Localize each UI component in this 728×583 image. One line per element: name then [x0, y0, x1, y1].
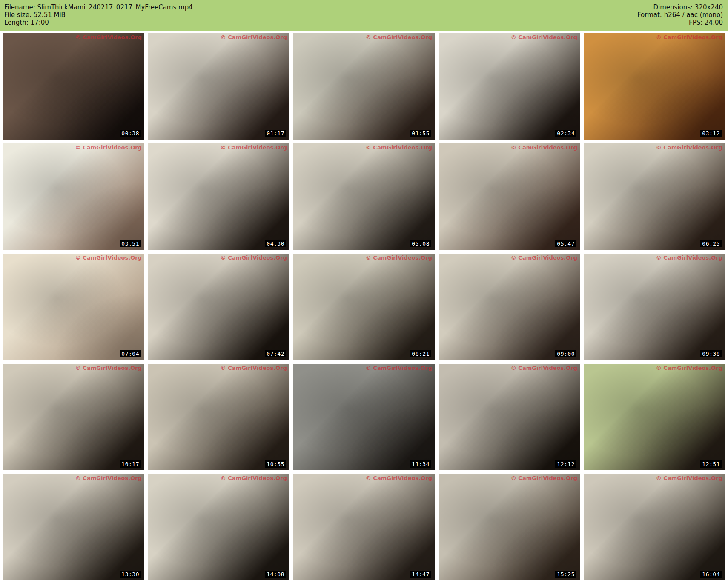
watermark-text: © CamGirlVideos.Org: [511, 144, 577, 151]
length-text: Length: 17:00: [4, 19, 193, 26]
timestamp-badge: 12:51: [700, 460, 722, 468]
video-frame-thumbnail: © CamGirlVideos.Org 10:55: [148, 364, 289, 470]
watermark-text: © CamGirlVideos.Org: [511, 475, 577, 481]
timestamp-badge: 13:30: [120, 571, 141, 578]
file-info-left: Filename: SlimThickMami_240217_0217_MyFr…: [4, 3, 193, 26]
timestamp-badge: 10:55: [265, 460, 286, 468]
timestamp-badge: 03:51: [120, 240, 141, 247]
watermark-text: © CamGirlVideos.Org: [75, 144, 142, 151]
timestamp-badge: 09:00: [555, 350, 576, 357]
format-text: Format: h264 / aac (mono): [637, 11, 723, 19]
watermark-text: © CamGirlVideos.Org: [75, 365, 142, 371]
timestamp-badge: 05:08: [410, 240, 431, 247]
watermark-text: © CamGirlVideos.Org: [221, 475, 287, 481]
watermark-text: © CamGirlVideos.Org: [511, 254, 577, 261]
video-frame-thumbnail: © CamGirlVideos.Org 04:30: [148, 143, 289, 250]
thumbnail-grid: © CamGirlVideos.Org 00:38 © CamGirlVideo…: [0, 31, 728, 583]
timestamp-badge: 06:25: [700, 240, 722, 247]
timestamp-badge: 09:38: [700, 350, 722, 357]
file-info-header: Filename: SlimThickMami_240217_0217_MyFr…: [0, 0, 728, 31]
watermark-text: © CamGirlVideos.Org: [366, 144, 432, 151]
watermark-text: © CamGirlVideos.Org: [221, 254, 287, 261]
video-frame-thumbnail: © CamGirlVideos.Org 07:42: [148, 254, 289, 360]
video-frame-thumbnail: © CamGirlVideos.Org 11:34: [293, 364, 435, 470]
video-frame-thumbnail: © CamGirlVideos.Org 10:17: [3, 364, 144, 470]
video-frame-thumbnail: © CamGirlVideos.Org 14:47: [293, 474, 435, 580]
timestamp-badge: 07:04: [120, 350, 141, 357]
watermark-text: © CamGirlVideos.Org: [221, 144, 287, 151]
video-frame-thumbnail: © CamGirlVideos.Org 00:38: [3, 33, 144, 140]
video-frame-thumbnail: © CamGirlVideos.Org 09:38: [584, 254, 725, 360]
watermark-text: © CamGirlVideos.Org: [511, 365, 577, 371]
video-frame-thumbnail: © CamGirlVideos.Org 01:17: [148, 33, 289, 140]
timestamp-badge: 10:17: [120, 460, 141, 468]
watermark-text: © CamGirlVideos.Org: [366, 254, 432, 261]
file-size-text: File size: 52.51 MiB: [4, 11, 193, 19]
video-frame-thumbnail: © CamGirlVideos.Org 07:04: [3, 254, 144, 360]
watermark-text: © CamGirlVideos.Org: [221, 34, 287, 40]
watermark-text: © CamGirlVideos.Org: [221, 365, 287, 371]
watermark-text: © CamGirlVideos.Org: [366, 34, 432, 40]
watermark-text: © CamGirlVideos.Org: [75, 254, 142, 261]
video-frame-thumbnail: © CamGirlVideos.Org 12:12: [439, 364, 580, 470]
watermark-text: © CamGirlVideos.Org: [656, 254, 722, 261]
watermark-text: © CamGirlVideos.Org: [656, 365, 722, 371]
video-frame-thumbnail: © CamGirlVideos.Org 16:04: [584, 474, 725, 580]
video-frame-thumbnail: © CamGirlVideos.Org 01:55: [293, 33, 435, 140]
video-frame-thumbnail: © CamGirlVideos.Org 06:25: [584, 143, 725, 250]
video-frame-thumbnail: © CamGirlVideos.Org 05:08: [293, 143, 435, 250]
watermark-text: © CamGirlVideos.Org: [75, 475, 142, 481]
timestamp-badge: 11:34: [410, 460, 431, 468]
timestamp-badge: 14:47: [410, 571, 431, 578]
video-frame-thumbnail: © CamGirlVideos.Org 03:51: [3, 143, 144, 250]
video-frame-thumbnail: © CamGirlVideos.Org 09:00: [439, 254, 580, 360]
filename-text: Filename: SlimThickMami_240217_0217_MyFr…: [4, 3, 193, 11]
timestamp-badge: 04:30: [265, 240, 286, 247]
watermark-text: © CamGirlVideos.Org: [656, 144, 722, 151]
watermark-text: © CamGirlVideos.Org: [656, 475, 722, 481]
timestamp-badge: 12:12: [555, 460, 576, 468]
timestamp-badge: 16:04: [700, 571, 722, 578]
timestamp-badge: 00:38: [120, 130, 141, 137]
video-frame-thumbnail: © CamGirlVideos.Org 05:47: [439, 143, 580, 250]
timestamp-badge: 05:47: [555, 240, 576, 247]
fps-text: FPS: 24.00: [637, 19, 723, 26]
file-info-right: Dimensions: 320x240 Format: h264 / aac (…: [637, 3, 723, 26]
dimensions-text: Dimensions: 320x240: [637, 3, 723, 11]
watermark-text: © CamGirlVideos.Org: [656, 34, 722, 40]
watermark-text: © CamGirlVideos.Org: [366, 475, 432, 481]
timestamp-badge: 02:34: [555, 130, 576, 137]
timestamp-badge: 01:55: [410, 130, 431, 137]
video-frame-thumbnail: © CamGirlVideos.Org 08:21: [293, 254, 435, 360]
video-frame-thumbnail: © CamGirlVideos.Org 03:12: [584, 33, 725, 140]
timestamp-badge: 07:42: [265, 350, 286, 357]
timestamp-badge: 01:17: [265, 130, 286, 137]
watermark-text: © CamGirlVideos.Org: [75, 34, 142, 40]
timestamp-badge: 15:25: [555, 571, 576, 578]
video-frame-thumbnail: © CamGirlVideos.Org 02:34: [439, 33, 580, 140]
video-frame-thumbnail: © CamGirlVideos.Org 14:08: [148, 474, 289, 580]
timestamp-badge: 14:08: [265, 571, 286, 578]
watermark-text: © CamGirlVideos.Org: [511, 34, 577, 40]
video-frame-thumbnail: © CamGirlVideos.Org 12:51: [584, 364, 725, 470]
watermark-text: © CamGirlVideos.Org: [366, 365, 432, 371]
timestamp-badge: 03:12: [700, 130, 722, 137]
timestamp-badge: 08:21: [410, 350, 431, 357]
video-frame-thumbnail: © CamGirlVideos.Org 15:25: [439, 474, 580, 580]
video-frame-thumbnail: © CamGirlVideos.Org 13:30: [3, 474, 144, 580]
